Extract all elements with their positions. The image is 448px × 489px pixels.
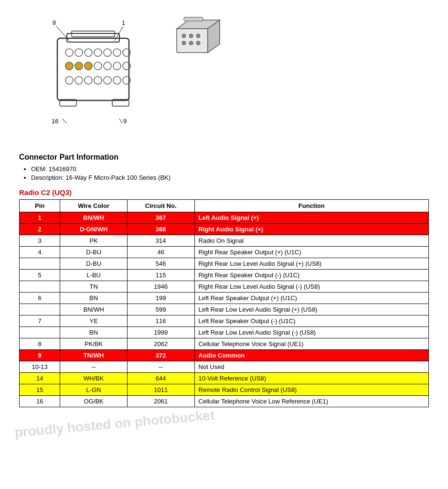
cell-function: 10-Volt Reference (US8) xyxy=(194,373,428,384)
diagram-area: 8 1 16 xyxy=(10,10,438,143)
cell-function: Right Audio Signal (+) xyxy=(194,224,428,235)
svg-text:1: 1 xyxy=(122,19,125,26)
svg-point-39 xyxy=(196,34,200,38)
cell-function: Right Rear Speaker Output (-) (U1C) xyxy=(194,270,428,281)
table-row: 5L-BU115Right Rear Speaker Output (-) (U… xyxy=(20,270,429,281)
cell-pin: 1 xyxy=(20,212,60,224)
table-row: D-BU546Right Rear Low Level Audio Signal… xyxy=(20,258,429,270)
svg-rect-34 xyxy=(177,29,208,53)
cell-circuit: 368 xyxy=(127,224,194,235)
svg-line-33 xyxy=(119,119,122,123)
cell-circuit: -- xyxy=(127,361,194,373)
svg-point-9 xyxy=(85,49,92,56)
svg-point-7 xyxy=(65,49,73,56)
table-row: 3PK314Radio On Signal xyxy=(20,235,429,247)
cell-pin: 3 xyxy=(20,235,60,247)
svg-point-16 xyxy=(85,62,92,70)
cell-function: Cellular Telephone Voice Low Reference (… xyxy=(194,396,428,407)
cell-wire: L-BU xyxy=(60,270,127,281)
cell-function: Radio On Signal xyxy=(194,235,428,247)
svg-point-25 xyxy=(104,76,111,84)
cell-wire: YE xyxy=(60,315,127,327)
svg-point-23 xyxy=(85,76,92,84)
cell-function: Left Rear Speaker Output (+) (U1C) xyxy=(194,293,428,304)
cell-function: Right Rear Low Level Audio Signal (-) (U… xyxy=(194,281,428,293)
svg-point-15 xyxy=(75,62,83,70)
cell-wire: D-GN/WH xyxy=(60,224,127,235)
table-row: 8PK/BK2062Cellular Telephone Voice Signa… xyxy=(20,338,429,350)
cell-circuit: 1946 xyxy=(127,281,194,293)
cell-pin: 7 xyxy=(20,315,60,327)
cell-function: Left Rear Low Level Audio Signal (+) (US… xyxy=(194,304,428,315)
table-row: BN/WH599Left Rear Low Level Audio Signal… xyxy=(20,304,429,315)
connector-info-section: Connector Part Information OEM: 15416970… xyxy=(19,153,429,181)
table-row: 9TN/WH372Audio Common xyxy=(20,350,429,361)
table-row: TN1946Right Rear Low Level Audio Signal … xyxy=(20,281,429,293)
cell-pin: 9 xyxy=(20,350,60,361)
table-row: 6BN199Left Rear Speaker Output (+) (U1C) xyxy=(20,293,429,304)
cell-function: Right Rear Speaker Output (+) (U1C) xyxy=(194,247,428,258)
connector-info-item-oem: OEM: 15416970 xyxy=(31,165,429,173)
cell-circuit: 46 xyxy=(127,247,194,258)
cell-pin: 14 xyxy=(20,373,60,384)
table-row: 7YE116Left Rear Speaker Output (-) (U1C) xyxy=(20,315,429,327)
cell-circuit: 116 xyxy=(127,315,194,327)
table-row: 2D-GN/WH368Right Audio Signal (+) xyxy=(20,224,429,235)
svg-point-37 xyxy=(182,34,186,38)
cell-pin: 10-13 xyxy=(20,361,60,373)
svg-point-11 xyxy=(104,49,111,56)
svg-line-31 xyxy=(62,119,67,123)
table-row: 10-13----Not Used xyxy=(20,361,429,373)
cell-pin: 5 xyxy=(20,270,60,281)
svg-point-8 xyxy=(75,49,83,56)
cell-wire: L-GN xyxy=(60,384,127,396)
svg-point-19 xyxy=(113,62,121,70)
svg-text:9: 9 xyxy=(123,118,127,125)
cell-wire: -- xyxy=(60,361,127,373)
svg-point-40 xyxy=(182,41,186,45)
svg-point-22 xyxy=(75,76,83,84)
table-row: 16OG/BK2061Cellular Telephone Voice Low … xyxy=(20,396,429,407)
cell-wire: PK/BK xyxy=(60,338,127,350)
cell-circuit: 599 xyxy=(127,304,194,315)
cell-wire: D-BU xyxy=(60,258,127,270)
cell-function: Audio Common xyxy=(194,350,428,361)
cell-wire: BN/WH xyxy=(60,304,127,315)
col-header-function: Function xyxy=(194,200,428,212)
svg-rect-43 xyxy=(184,17,203,21)
connector-info-list: OEM: 15416970 Description: 16-Way F Micr… xyxy=(31,165,429,181)
cell-circuit: 372 xyxy=(127,350,194,361)
svg-text:8: 8 xyxy=(53,19,56,26)
connector-diagram-iso xyxy=(167,14,224,62)
cell-circuit: 2061 xyxy=(127,396,194,407)
cell-circuit: 367 xyxy=(127,212,194,224)
table-row: 14WH/BK64410-Volt Reference (US8) xyxy=(20,373,429,384)
cell-wire: TN xyxy=(60,281,127,293)
svg-point-17 xyxy=(94,62,102,70)
cell-wire: BN xyxy=(60,327,127,338)
cell-wire: WH/BK xyxy=(60,373,127,384)
svg-point-14 xyxy=(65,62,73,70)
cell-circuit: 644 xyxy=(127,373,194,384)
pin-table-container: Pin Wire Color Circuit No. Function 1BN/… xyxy=(19,199,429,407)
cell-pin xyxy=(20,258,60,270)
table-row: 15L-GN1011Remote Radio Control Signal (U… xyxy=(20,384,429,396)
connector-info-item-desc: Description: 16-Way F Micro-Pack 100 Ser… xyxy=(31,174,429,181)
pin-table: Pin Wire Color Circuit No. Function 1BN/… xyxy=(19,199,429,407)
cell-pin xyxy=(20,304,60,315)
section-title: Radio C2 (UQ3) xyxy=(19,188,429,196)
col-header-pin: Pin xyxy=(20,200,60,212)
cell-pin xyxy=(20,281,60,293)
cell-wire: D-BU xyxy=(60,247,127,258)
cell-wire: TN/WH xyxy=(60,350,127,361)
watermark: proudly hosted on photobucket xyxy=(14,408,215,440)
svg-point-10 xyxy=(94,49,102,56)
table-row: BN1999Left Rear Low Level Audio Signal (… xyxy=(20,327,429,338)
connector-info-title: Connector Part Information xyxy=(19,153,429,162)
cell-circuit: 1999 xyxy=(127,327,194,338)
table-row: 1BN/WH367Left Audio Signal (+) xyxy=(20,212,429,224)
cell-wire: BN xyxy=(60,293,127,304)
cell-circuit: 115 xyxy=(127,270,194,281)
cell-pin: 16 xyxy=(20,396,60,407)
cell-circuit: 314 xyxy=(127,235,194,247)
